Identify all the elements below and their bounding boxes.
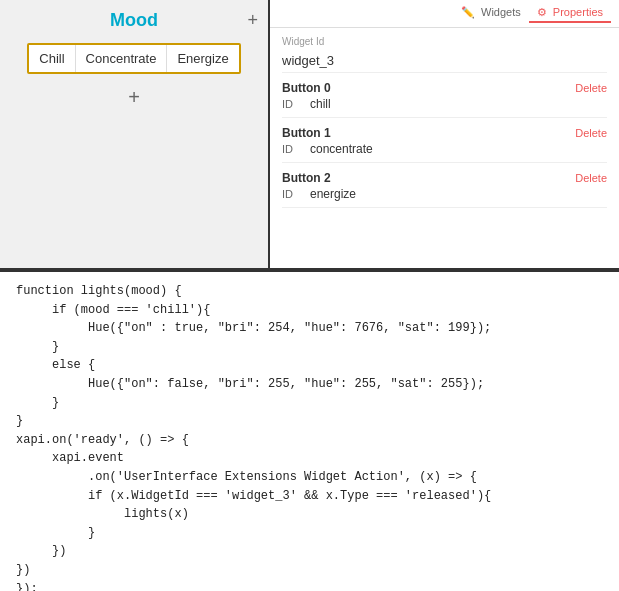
button-1-id-row: ID concentrate xyxy=(282,142,607,163)
code-line: if (mood === 'chill'){ xyxy=(16,301,603,320)
code-line: Hue({"on" : true, "bri": 254, "hue": 767… xyxy=(16,319,603,338)
widget-title: Mood xyxy=(110,10,158,31)
concentrate-button[interactable]: Concentrate xyxy=(76,45,168,72)
add-item-button[interactable]: + xyxy=(128,86,140,109)
button-1-row: Button 1 Delete xyxy=(282,126,607,140)
properties-content: Widget Id widget_3 Button 0 Delete ID ch… xyxy=(270,28,619,224)
button-2-id-label: ID xyxy=(282,188,302,200)
properties-icon: ⚙ xyxy=(537,6,547,18)
add-widget-button[interactable]: + xyxy=(247,10,258,31)
button-2-id-value: energize xyxy=(310,187,356,201)
button-2-id-row: ID energize xyxy=(282,187,607,208)
code-line: }) xyxy=(16,561,603,580)
button-0-id-value: chill xyxy=(310,97,331,111)
button-0-id-label: ID xyxy=(282,98,302,110)
widget-title-bar: Mood + xyxy=(10,10,258,31)
widget-id-label: Widget Id xyxy=(282,36,607,47)
button-0-id-row: ID chill xyxy=(282,97,607,118)
button-group: Chill Concentrate Energize xyxy=(27,43,240,74)
code-line: } xyxy=(16,338,603,357)
panel-tabs: ✏️ Widgets ⚙ Properties xyxy=(270,0,619,28)
widgets-icon: ✏️ xyxy=(461,6,475,18)
code-line: } xyxy=(16,524,603,543)
button-0-label: Button 0 xyxy=(282,81,331,95)
delete-button-0[interactable]: Delete xyxy=(575,82,607,94)
chill-button[interactable]: Chill xyxy=(29,45,75,72)
code-line: xapi.event xyxy=(16,449,603,468)
energize-button[interactable]: Energize xyxy=(167,45,238,72)
button-0-row: Button 0 Delete xyxy=(282,81,607,95)
widget-id-value: widget_3 xyxy=(282,49,607,73)
code-line: .on('UserInterface Extensions Widget Act… xyxy=(16,468,603,487)
button-1-id-label: ID xyxy=(282,143,302,155)
code-line: else { xyxy=(16,356,603,375)
code-line: }) xyxy=(16,542,603,561)
code-line: }); xyxy=(16,580,603,592)
code-line: } xyxy=(16,394,603,413)
code-line: } xyxy=(16,412,603,431)
top-section: Mood + Chill Concentrate Energize + ✏️ W… xyxy=(0,0,619,270)
code-line: if (x.WidgetId === 'widget_3' && x.Type … xyxy=(16,487,603,506)
properties-panel: ✏️ Widgets ⚙ Properties Widget Id widget… xyxy=(270,0,619,268)
tab-widgets[interactable]: ✏️ Widgets xyxy=(453,4,529,23)
code-line: xapi.on('ready', () => { xyxy=(16,431,603,450)
button-1-label: Button 1 xyxy=(282,126,331,140)
delete-button-1[interactable]: Delete xyxy=(575,127,607,139)
delete-button-2[interactable]: Delete xyxy=(575,172,607,184)
button-2-label: Button 2 xyxy=(282,171,331,185)
tab-properties[interactable]: ⚙ Properties xyxy=(529,4,611,23)
code-section: function lights(mood) { if (mood === 'ch… xyxy=(0,270,619,591)
button-1-id-value: concentrate xyxy=(310,142,373,156)
button-2-row: Button 2 Delete xyxy=(282,171,607,185)
code-line: function lights(mood) { xyxy=(16,282,603,301)
code-line: Hue({"on": false, "bri": 255, "hue": 255… xyxy=(16,375,603,394)
widget-editor: Mood + Chill Concentrate Energize + xyxy=(0,0,270,268)
add-button-row: + xyxy=(10,86,258,109)
code-line: lights(x) xyxy=(16,505,603,524)
